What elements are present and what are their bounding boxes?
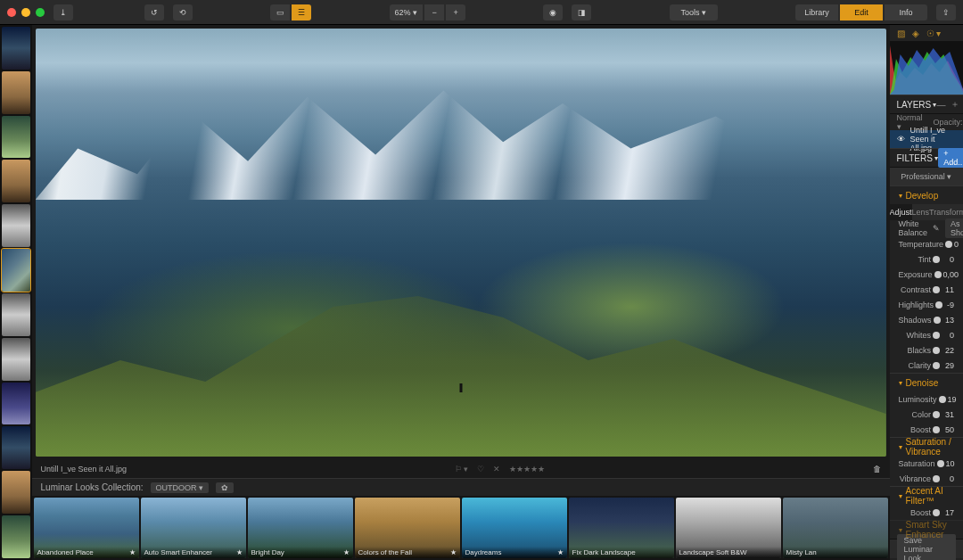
thumbnail[interactable] [2, 515, 30, 558]
dropdown-icon[interactable]: ☉ ▾ [926, 29, 942, 38]
layer-visibility-icon[interactable]: 👁 [897, 135, 905, 144]
slider-label: Boost [899, 425, 932, 434]
favorite-star-icon[interactable]: ★ [343, 548, 350, 556]
fullscreen-window[interactable] [36, 8, 45, 17]
thumbnail[interactable] [2, 27, 30, 70]
share-icon[interactable]: ⇪ [936, 4, 956, 21]
zoom-controls: 62% ▾ − + [390, 4, 466, 21]
slider-label: Shadows [899, 316, 932, 325]
slider-clarity[interactable]: Clarity29 [890, 358, 963, 373]
look-label: Daydreams★ [462, 547, 567, 558]
slider-exposure[interactable]: Exposure0,00 [890, 267, 963, 282]
mode-tabs: Library Edit Info [795, 4, 927, 21]
thumbnail[interactable] [2, 71, 30, 114]
look-preset[interactable]: Daydreams★ [462, 498, 567, 558]
histogram[interactable] [890, 41, 963, 95]
looks-settings-icon[interactable]: ✿ [216, 482, 234, 493]
zoom-in-icon[interactable]: + [446, 4, 465, 21]
trash-icon[interactable]: 🗑 [873, 465, 881, 474]
star-rating[interactable]: ★★★★★ [509, 465, 545, 474]
eyedropper-icon[interactable]: ✎ [933, 224, 940, 233]
subtab-adjust[interactable]: Adjust [890, 204, 912, 220]
right-panel: ▨ ◈ ☉ ▾ LAYERS ▾ — ＋ Normal ▾ Opacity: [890, 25, 963, 560]
look-preset[interactable]: Bright Day★ [248, 498, 353, 558]
thumbnail[interactable] [2, 204, 30, 247]
favorite-star-icon[interactable]: ★ [450, 548, 457, 556]
undo-icon[interactable]: ⟲ [173, 4, 193, 21]
slider-label: Vibrance [899, 474, 932, 483]
slider-shadows[interactable]: Shadows13 [890, 312, 963, 327]
workspace-select[interactable]: Professional ▾ [890, 168, 963, 185]
tab-library[interactable]: Library [795, 4, 838, 21]
zoom-level[interactable]: 62% ▾ [390, 4, 424, 21]
slider-saturation[interactable]: Saturation10 [890, 456, 963, 471]
look-preset[interactable]: Misty Lan [783, 498, 888, 558]
white-balance-select[interactable]: As Shot [945, 218, 963, 238]
crop-icon[interactable]: ↺ [144, 4, 164, 21]
filter-heading-satvib[interactable]: Saturation / Vibrance [890, 438, 963, 456]
histogram-mode-icon[interactable]: ▨ [897, 29, 905, 38]
thumbnail[interactable] [2, 293, 30, 336]
slider-whites[interactable]: Whites0 [890, 327, 963, 342]
subtab-lens[interactable]: Lens [912, 204, 930, 220]
thumbnail[interactable] [2, 426, 30, 469]
close-window[interactable] [7, 8, 16, 17]
thumbnail-selected[interactable] [2, 249, 30, 292]
export-icon[interactable]: ⤓ [54, 4, 73, 21]
filter-heading-develop[interactable]: Develop [890, 186, 963, 204]
look-preset[interactable]: Auto Smart Enhancer★ [141, 498, 246, 558]
looks-strip: Abandoned Place★Auto Smart Enhancer★Brig… [32, 496, 890, 560]
filter-heading-sky[interactable]: Smart Sky Enhancer [890, 521, 963, 539]
reject-icon[interactable]: ✕ [493, 465, 500, 474]
slider-value: 13 [942, 316, 954, 325]
single-view-icon[interactable]: ▭ [270, 4, 290, 21]
slider-vibrance[interactable]: Vibrance0 [890, 471, 963, 486]
look-preset[interactable]: Abandoned Place★ [34, 498, 139, 558]
filter-heading-accent[interactable]: Accent AI Filter™ [890, 487, 963, 505]
compare-icon[interactable]: ◨ [572, 4, 591, 21]
slider-temperature[interactable]: Temperature0 [890, 236, 963, 251]
add-layer-icon[interactable]: ＋ [951, 98, 959, 111]
slider-boost[interactable]: Boost17 [890, 505, 963, 520]
filter-heading-denoise[interactable]: Denoise [890, 374, 963, 391]
filter-accent-ai: Accent AI Filter™ Boost17 [890, 486, 963, 520]
slider-highlights[interactable]: Highlights-9 [890, 297, 963, 312]
filmstrip-view-icon[interactable]: ☰ [292, 4, 311, 21]
thumbnail[interactable] [2, 160, 30, 202]
clipping-icon[interactable]: ◈ [912, 29, 919, 38]
favorite-star-icon[interactable]: ★ [236, 548, 243, 556]
slider-value: 0,00 [943, 270, 959, 279]
image-meta-bar: Untill I_ve Seen it All.jpg ⚐ ▾ ♡ ✕ ★★★★… [32, 460, 890, 478]
look-preset[interactable]: Colors of the Fall★ [355, 498, 460, 558]
slider-label: Contrast [899, 285, 932, 294]
image-viewer[interactable] [32, 25, 890, 460]
slider-boost[interactable]: Boost50 [890, 422, 963, 437]
slider-color[interactable]: Color31 [890, 407, 963, 422]
slider-luminosity[interactable]: Luminosity19 [890, 391, 963, 407]
layer-item[interactable]: 👁 Untill I_ve Seen it All.jpg [890, 130, 963, 148]
favorite-star-icon[interactable]: ★ [129, 548, 136, 556]
look-preset[interactable]: Landscape Soft B&W [676, 498, 781, 558]
heart-icon[interactable]: ♡ [477, 465, 484, 474]
zoom-out-icon[interactable]: − [424, 4, 444, 21]
thumbnail[interactable] [2, 338, 30, 381]
tab-info[interactable]: Info [885, 4, 927, 21]
add-filter-button[interactable]: + Add... [938, 148, 963, 168]
thumbnail[interactable] [2, 116, 30, 159]
favorite-star-icon[interactable]: ★ [557, 548, 564, 556]
tab-edit[interactable]: Edit [840, 4, 883, 21]
flag-icon[interactable]: ⚐ ▾ [455, 465, 469, 474]
thumbnail[interactable] [2, 471, 30, 514]
preview-eye-icon[interactable]: ◉ [543, 4, 563, 21]
looks-collection-dropdown[interactable]: OUTDOOR ▾ [151, 482, 210, 493]
tools-dropdown[interactable]: Tools ▾ [670, 4, 718, 21]
look-preset[interactable]: Fix Dark Landscape [569, 498, 674, 558]
minimize-window[interactable] [21, 8, 30, 17]
thumbnail[interactable] [2, 383, 30, 425]
slider-blacks[interactable]: Blacks22 [890, 342, 963, 358]
slider-value: 50 [942, 425, 954, 434]
slider-tint[interactable]: Tint0 [890, 251, 963, 267]
slider-label: Clarity [899, 361, 932, 370]
collapse-icon[interactable]: — [936, 100, 945, 110]
slider-contrast[interactable]: Contrast11 [890, 282, 963, 297]
